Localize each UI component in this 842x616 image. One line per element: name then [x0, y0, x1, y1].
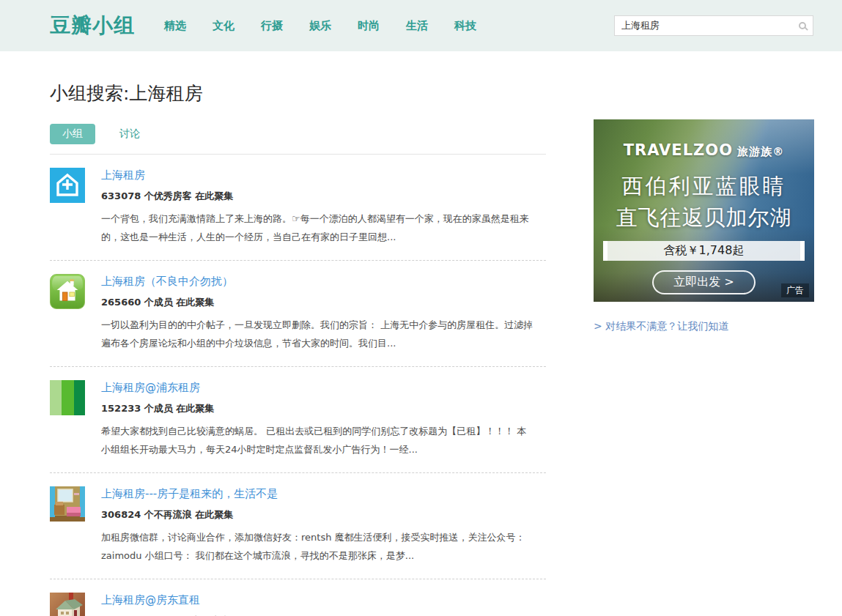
nav-item-featured[interactable]: 精选 [164, 19, 186, 33]
feedback-link[interactable]: > 对结果不满意？让我们知道 [594, 320, 814, 333]
search-input[interactable] [621, 21, 799, 31]
ad-label-badge: 广告 [781, 283, 809, 297]
group-description: 一个背包，我们充满激情踏上了来上海的路。☞每一个漂泊的人都渴望有一个家，现在的家… [101, 209, 535, 246]
nav-item-photography[interactable]: 行摄 [261, 19, 283, 33]
group-description: 一切以盈利为目的的中介帖子，一旦发现立即删除。我们的宗旨： 上海无中介参与的房屋… [101, 316, 535, 352]
group-result-row: 上海租房---房子是租来的，生活不是 306824 个不再流浪 在此聚集 加租房… [50, 473, 546, 579]
group-title-link[interactable]: 上海租房 [101, 168, 145, 182]
site-logo[interactable]: 豆瓣小组 [50, 12, 135, 40]
room-photo-icon[interactable] [50, 486, 85, 522]
sidebar: TRAVELZOO 旅游族® 西伯利亚蓝眼睛 直飞往返贝加尔湖 含税￥1,748… [594, 119, 814, 333]
group-result-row: 上海租房@房东直租 146504 个优秀的租客、房东 在此聚集 =====6.2… [50, 579, 546, 616]
nav-item-culture[interactable]: 文化 [213, 19, 234, 33]
group-result-row: 上海租房（不良中介勿扰） 265660 个成员 在此聚集 一切以盈利为目的的中介… [50, 261, 546, 367]
nav-item-life[interactable]: 生活 [406, 19, 428, 33]
group-description: 加租房微信群，讨论商业合作，添加微信好友：rentsh 魔都生活便利，接受实时推… [101, 528, 535, 565]
group-title-link[interactable]: 上海租房@房东直租 [101, 593, 200, 607]
site-header: 豆瓣小组 精选 文化 行摄 娱乐 时尚 生活 科技 [0, 0, 842, 51]
green-glossy-house-icon[interactable] [50, 274, 85, 309]
search-box [614, 15, 813, 36]
ad-price-bar: 含税￥1,748起 [603, 241, 805, 261]
nav-item-fashion[interactable]: 时尚 [358, 19, 380, 33]
nav-item-entertainment[interactable]: 娱乐 [309, 19, 331, 33]
nav-item-tech[interactable]: 科技 [454, 19, 476, 33]
group-title-link[interactable]: 上海租房@浦东租房 [101, 381, 200, 395]
hand-house-photo-icon[interactable] [50, 593, 85, 616]
result-type-tabs: 小组 讨论 [50, 124, 546, 155]
group-result-row: 上海租房 633078 个优秀房客 在此聚集 一个背包，我们充满激情踏上了来上海… [50, 155, 546, 261]
page-title: 小组搜索:上海租房 [50, 81, 546, 105]
ad-headline-line1: 西伯利亚蓝眼睛 [594, 172, 814, 201]
tab-groups[interactable]: 小组 [50, 124, 95, 144]
group-member-count: 306824 个不再流浪 在此聚集 [101, 508, 546, 522]
ad-headline-line2: 直飞往返贝加尔湖 [594, 204, 814, 233]
main-nav: 精选 文化 行摄 娱乐 时尚 生活 科技 [164, 19, 476, 33]
group-member-count: 633078 个优秀房客 在此聚集 [101, 190, 546, 203]
group-description: 希望大家都找到自己比较满意的蜗居。 已租出去或已租到的同学们别忘了改标题为【已租… [101, 422, 535, 459]
group-member-count: 265660 个成员 在此聚集 [101, 296, 546, 309]
search-icon[interactable] [799, 22, 806, 29]
tab-discussions[interactable]: 讨论 [119, 127, 140, 141]
blue-house-plus-icon[interactable] [50, 168, 85, 203]
group-title-link[interactable]: 上海租房---房子是租来的，生活不是 [101, 487, 278, 501]
travelzoo-logo: TRAVELZOO 旅游族® [594, 141, 814, 159]
group-member-count: 152233 个成员 在此聚集 [101, 402, 546, 415]
travelzoo-ad-banner[interactable]: TRAVELZOO 旅游族® 西伯利亚蓝眼睛 直飞往返贝加尔湖 含税￥1,748… [594, 119, 814, 302]
search-results-column: 小组搜索:上海租房 小组 讨论 上海租房 633078 个优秀房客 在此聚集 一… [50, 81, 546, 616]
group-result-row: 上海租房@浦东租房 152233 个成员 在此聚集 希望大家都找到自己比较满意的… [50, 367, 546, 473]
green-stripes-icon[interactable] [50, 380, 85, 415]
ad-cta-button[interactable]: 立即出发 > [652, 270, 756, 294]
group-title-link[interactable]: 上海租房（不良中介勿扰） [101, 275, 233, 289]
